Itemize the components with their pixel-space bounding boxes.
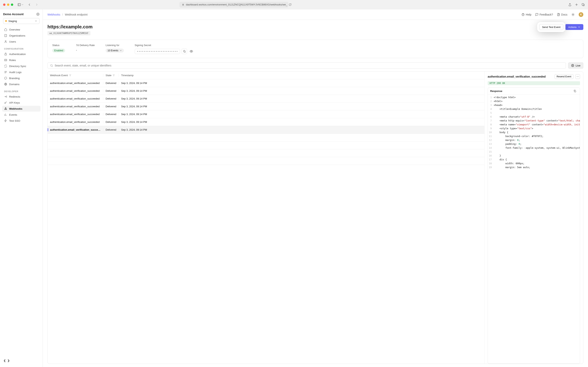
theme-toggle[interactable] [571, 13, 575, 16]
status-card: Status Enabled 7d Delivery Rate - Listen… [47, 40, 583, 58]
cell-timestamp: Sep 3, 2024, 09:14 PM [119, 121, 484, 124]
main-content: Webhooks / Webhook endpoint Help Feedbac… [43, 9, 588, 367]
reveal-secret-button[interactable] [189, 49, 194, 54]
sidebar-item-webhooks[interactable]: Webhooks [2, 106, 41, 112]
share-icon[interactable] [568, 3, 572, 6]
response-card: Response 1<!doctype html>2<html>3<head>4… [488, 87, 580, 364]
tabs-icon[interactable] [581, 3, 585, 6]
breadcrumb: Webhooks / Webhook endpoint [47, 13, 87, 16]
window-minimize-button[interactable] [7, 3, 9, 6]
search-icon [50, 64, 53, 67]
send-test-event-button[interactable]: Send Test Event [539, 24, 563, 30]
response-code[interactable]: 1<!doctype html>2<html>3<head>4 <title>E… [488, 95, 580, 364]
environment-label: Staging [8, 20, 17, 23]
docs-link[interactable]: Docs [557, 13, 567, 16]
page-title: https://example.com [47, 24, 92, 30]
reload-icon[interactable] [289, 3, 292, 6]
signing-secret-label: Signing Secret [135, 44, 194, 47]
cell-timestamp: Sep 3, 2024, 09:14 PM [119, 89, 484, 92]
code-line: 4 <title>Example Domain</title> [488, 107, 580, 111]
code-line: 5 [488, 111, 580, 115]
topbar: Webhooks / Webhook endpoint Help Feedbac… [43, 9, 588, 20]
globe-icon [4, 83, 7, 86]
cell-event: authentication.email_verification_succee… [48, 113, 103, 116]
table-row[interactable]: authentication.email_verification_succee… [48, 95, 484, 103]
table-row[interactable]: authentication.email_verification_succee… [48, 103, 484, 110]
table-row[interactable]: authentication.email_verification_succee… [48, 110, 484, 118]
sidebar-item-roles[interactable]: Roles [2, 57, 41, 63]
cell-state: Delivered [103, 128, 119, 131]
table-row[interactable]: authentication.email_verification_succee… [48, 118, 484, 126]
events-icon [4, 113, 7, 116]
avatar[interactable]: K [579, 12, 583, 17]
table-row[interactable]: authentication.email_verification_succee… [48, 79, 484, 87]
sidebar-toggle-icon[interactable] [17, 3, 21, 6]
code-line: 13 padding: 0; [488, 142, 580, 146]
column-header-event[interactable]: Webhook Event [48, 74, 103, 77]
column-header-timestamp[interactable]: Timestamp [119, 74, 484, 77]
cell-event: authentication.email_verification_succee… [48, 128, 103, 131]
live-button[interactable]: Live [568, 62, 583, 69]
sidebar-item-directory-sync[interactable]: Directory Sync [2, 63, 41, 69]
table-row[interactable]: authentication.email_verification_succee… [48, 126, 484, 134]
nav-forward-button[interactable] [35, 3, 39, 6]
actions-button[interactable]: Actions [565, 24, 583, 30]
home-icon [4, 28, 7, 31]
http-status-badge: HTTP 200 OK [488, 81, 580, 85]
column-header-state[interactable]: State [103, 74, 119, 77]
sidebar-item-branding[interactable]: Branding [2, 75, 41, 81]
table-row-empty [48, 157, 484, 165]
sidebar-item-organizations[interactable]: Organizations [2, 33, 41, 39]
cell-timestamp: Sep 3, 2024, 09:14 PM [119, 105, 484, 108]
new-tab-icon[interactable] [575, 3, 578, 6]
window-close-button[interactable] [3, 3, 5, 6]
code-line: 17 div { [488, 158, 580, 162]
environment-select[interactable]: Staging [3, 18, 40, 24]
endpoint-id: we_01J6XKTHWMRXP5TNVG1Z5MM3XF [47, 31, 90, 35]
code-line: 11 background-color: #f0f0f2; [488, 134, 580, 138]
chevron-down-icon[interactable] [21, 3, 24, 6]
code-line: 14 font-family: -apple-system, system-ui… [488, 146, 580, 150]
sidebar-item-events[interactable]: Events [2, 112, 41, 118]
sidebar-section-label: Developer [0, 87, 42, 94]
copy-response-button[interactable] [572, 88, 578, 94]
help-link[interactable]: Help [521, 13, 531, 16]
sidebar-item-domains[interactable]: Domains [2, 81, 41, 87]
sidebar-item-audit-logs[interactable]: Audit Logs [2, 69, 41, 75]
feedback-link[interactable]: Feedback? [535, 13, 553, 16]
cell-state: Delivered [103, 121, 119, 124]
address-bar[interactable]: dashboard.workos.com/environment_01J1ZNC… [179, 2, 288, 8]
table-row[interactable]: authentication.email_verification_succee… [48, 87, 484, 95]
sync-icon [4, 65, 7, 68]
search-field[interactable] [55, 64, 563, 67]
events-table: Webhook Event State Timestamp auth [48, 72, 484, 364]
sidebar-item-redirects[interactable]: Redirects [2, 94, 41, 100]
webhook-icon [4, 107, 7, 110]
cell-timestamp: Sep 3, 2024, 09:14 PM [119, 113, 484, 116]
resend-event-button[interactable]: Resend Event [554, 74, 573, 79]
logs-icon [4, 71, 7, 74]
code-line: 18 width: 600px; [488, 162, 580, 166]
search-input[interactable] [47, 62, 566, 69]
more-actions-button[interactable] [575, 74, 580, 79]
sidebar-section-label: Configuration [0, 44, 42, 51]
sidebar-item-authentication[interactable]: Authentication [2, 51, 41, 57]
redirect-icon [4, 95, 7, 98]
detail-title: authentication.email_verification_succee… [488, 75, 553, 78]
sidebar-item-test-sso[interactable]: Test SSO [2, 118, 41, 124]
cell-event: authentication.email_verification_succee… [48, 105, 103, 108]
table-row-empty [48, 149, 484, 157]
gear-icon[interactable] [36, 13, 40, 16]
breadcrumb-separator: / [62, 13, 63, 16]
listening-events-pill[interactable]: 10 Events [106, 49, 124, 52]
code-line: 3<head> [488, 103, 580, 107]
breadcrumb-root-link[interactable]: Webhooks [47, 13, 60, 16]
window-zoom-button[interactable] [11, 3, 13, 6]
sidebar-item-api-keys[interactable]: API Keys [2, 100, 41, 106]
code-line: 7 <meta http-equiv="Content-type" conten… [488, 119, 580, 123]
copy-secret-button[interactable] [182, 49, 187, 54]
sidebar-item-users[interactable]: Users [2, 39, 41, 44]
filter-icon [69, 74, 71, 77]
nav-back-button[interactable] [28, 3, 31, 6]
sidebar-item-overview[interactable]: Overview [2, 27, 41, 33]
